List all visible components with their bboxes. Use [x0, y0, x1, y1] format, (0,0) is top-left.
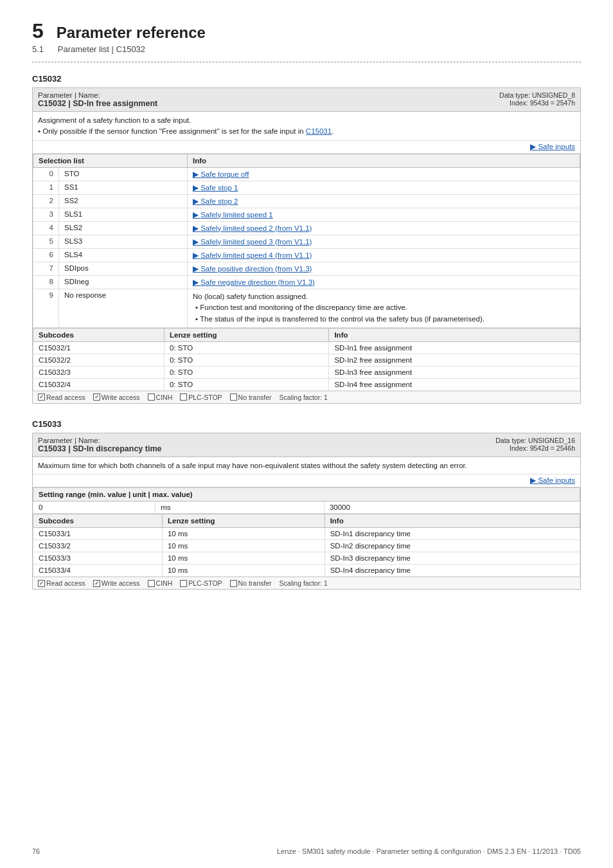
- sel-row-info: Safe negative direction (from V1.3): [188, 275, 580, 289]
- c15033-data-type: Data type: UNSIGNED_16: [495, 437, 575, 444]
- c15032-write-access-text: Write access: [102, 393, 140, 401]
- c15032-safe-inputs-row: Safe inputs: [33, 141, 580, 154]
- sel-row-num: 3: [33, 208, 59, 221]
- table-row: 1SS1Safe stop 1: [33, 181, 580, 194]
- c15033-notransfer-label: No transfer: [230, 579, 272, 587]
- sel-row-name: SLS4: [59, 248, 188, 262]
- c15032-cinh-cb: [148, 393, 155, 401]
- sel-row-num: 1: [33, 181, 59, 194]
- divider: [32, 62, 581, 62]
- c15033-safe-inputs-row: Safe inputs: [33, 475, 580, 487]
- c15033-notransfer-cb: [230, 580, 237, 587]
- table-row: C15033/310 msSD-In3 discrepancy time: [33, 552, 580, 565]
- c15032-desc-main: Assignment of a safety function to a saf…: [38, 115, 575, 126]
- info-link-text[interactable]: Safe positive direction (from V1.3): [193, 265, 312, 273]
- c15032-name-label: Parameter | Name:: [38, 91, 157, 99]
- c15033-cinh-text: CINH: [156, 579, 173, 587]
- c15033-sub-col3: Info: [324, 514, 580, 528]
- sel-row-num: 5: [33, 235, 59, 248]
- c15032-sub-col2: Lenze setting: [164, 328, 328, 341]
- sub-row-setting: 10 ms: [162, 565, 324, 577]
- sub-row-setting: 0: STO: [164, 378, 328, 390]
- sel-row-num: 4: [33, 221, 59, 235]
- info-link-text[interactable]: Safe negative direction (from V1.3): [193, 278, 315, 286]
- c15033-sub-col1: Subcodes: [33, 514, 163, 528]
- sub-row-info: SD-In1 discrepancy time: [324, 528, 580, 540]
- c15033-name-label: Parameter | Name:: [38, 437, 161, 444]
- info-link-text[interactable]: Safely limited speed 4 (from V1.1): [193, 251, 312, 259]
- c15032-plcstop-label: PLC-STOP: [180, 393, 222, 401]
- sub-row-info: SD-In1 free assignment: [329, 341, 580, 354]
- info-link-text[interactable]: Safely limited speed 2 (from V1.1): [193, 224, 312, 232]
- info-link-text[interactable]: Safely limited speed 3 (from V1.1): [193, 238, 312, 246]
- c15032-notransfer-cb: [230, 393, 237, 401]
- c15033-cinh-cb: [148, 580, 155, 587]
- table-row: 6SLS4Safely limited speed 4 (from V1.1): [33, 248, 580, 262]
- sel-row-info: Safe stop 2: [188, 194, 580, 208]
- sub-row-info: SD-In3 discrepancy time: [324, 552, 580, 565]
- c15032-read-access-cb: [38, 393, 45, 401]
- c15033-range-max: 30000: [324, 502, 580, 514]
- c15032-description: Assignment of a safety function to a saf…: [33, 112, 580, 141]
- c15033-safe-inputs-link[interactable]: Safe inputs: [530, 476, 575, 484]
- c15032-full-name: C15032 | SD-In free assignment: [38, 99, 157, 108]
- c15032-safe-inputs-link[interactable]: Safe inputs: [530, 143, 575, 150]
- sel-row-name: SLS3: [59, 235, 188, 248]
- section-title: Parameter list | C15032: [58, 44, 145, 54]
- table-row: C15032/10: STOSD-In1 free assignment: [33, 341, 580, 354]
- sub-row-code: C15033/2: [33, 540, 163, 552]
- sub-row-code: C15032/2: [33, 354, 164, 366]
- c15033-range-table: Setting range (min. value | unit | max. …: [33, 487, 580, 514]
- c15032-scaling: Scaling factor: 1: [280, 393, 328, 401]
- chapter-header: 5 Parameter reference: [32, 19, 581, 43]
- table-row: C15032/40: STOSD-In4 free assignment: [33, 378, 580, 390]
- doc-info: Lenze · SM301 safety module · Parameter …: [277, 847, 581, 855]
- sub-row-info: SD-In2 discrepancy time: [324, 540, 580, 552]
- sel-row-name: STO: [59, 167, 188, 181]
- sel-row-num: 7: [33, 262, 59, 275]
- c15033-scaling: Scaling factor: 1: [280, 579, 328, 587]
- sel-row-info: Safely limited speed 3 (from V1.1): [188, 235, 580, 248]
- c15033-write-access-label: Write access: [93, 579, 140, 587]
- c15032-param-header: Parameter | Name: C15032 | SD-In free as…: [33, 88, 580, 112]
- sel-row-name: SLS2: [59, 221, 188, 235]
- sub-row-code: C15033/1: [33, 528, 163, 540]
- c15033-read-access-text: Read access: [46, 579, 85, 587]
- c15032-sub-col3: Info: [329, 328, 580, 341]
- c15032-selection-table: Selection list Info 0STOSafe torque off1…: [33, 154, 580, 328]
- c15033-param-header: Parameter | Name: C15033 | SD-In discrep…: [33, 433, 580, 457]
- table-row: C15032/20: STOSD-In2 free assignment: [33, 354, 580, 366]
- c15033-write-access-cb: [93, 580, 100, 587]
- c15032-footer: Read access Write access CINH PLC-STOP N…: [33, 391, 580, 403]
- c15033-write-access-text: Write access: [102, 579, 140, 587]
- sub-row-code: C15032/1: [33, 341, 164, 354]
- sel-row-name: SLS1: [59, 208, 188, 221]
- c15032-notransfer-label: No transfer: [230, 393, 272, 401]
- c15031-link[interactable]: C15031: [306, 127, 332, 135]
- sub-row-setting: 0: STO: [164, 354, 328, 366]
- sub-row-info: SD-In2 free assignment: [329, 354, 580, 366]
- c15033-range-header: Setting range (min. value | unit | max. …: [33, 488, 580, 502]
- info-link-text[interactable]: Safe stop 2: [193, 197, 238, 205]
- c15032-subcodes-table: Subcodes Lenze setting Info C15032/10: S…: [33, 328, 580, 391]
- page-footer: 76 Lenze · SM301 safety module · Paramet…: [0, 847, 613, 855]
- c15033-range-unit: ms: [155, 502, 324, 514]
- c15032-sel-header: Selection list: [33, 154, 188, 167]
- c15032-header-right: Data type: UNSIGNED_8 Index: 9543d = 254…: [499, 91, 575, 107]
- sub-row-info: SD-In3 free assignment: [329, 366, 580, 378]
- table-row: 2SS2Safe stop 2: [33, 194, 580, 208]
- table-row: 0STOSafe torque off: [33, 167, 580, 181]
- info-link-text[interactable]: Safe stop 1: [193, 184, 238, 192]
- info-link-text[interactable]: Safe torque off: [193, 170, 249, 178]
- c15032-info-header: Info: [188, 154, 580, 167]
- no-response-line-2: • The status of the input is transferred…: [195, 314, 574, 325]
- table-row: C15032/30: STOSD-In3 free assignment: [33, 366, 580, 378]
- sel-row-name: SDIpos: [59, 262, 188, 275]
- sub-row-info: SD-In4 free assignment: [329, 378, 580, 390]
- info-link-text[interactable]: Safely limited speed 1: [193, 211, 273, 219]
- c15032-plcstop-cb: [180, 393, 187, 401]
- c15033-notransfer-text: No transfer: [238, 579, 272, 587]
- c15032-write-access-label: Write access: [93, 393, 140, 401]
- sub-row-code: C15032/4: [33, 378, 164, 390]
- sub-row-code: C15032/3: [33, 366, 164, 378]
